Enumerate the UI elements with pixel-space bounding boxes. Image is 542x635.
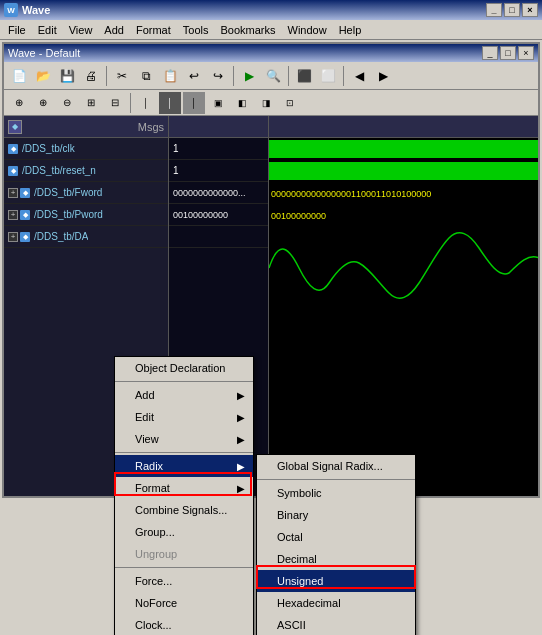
radix-global[interactable]: Global Signal Radix... [257, 455, 415, 477]
ctx-format-arrow: ▶ [237, 483, 245, 494]
menu-bookmarks[interactable]: Bookmarks [214, 22, 281, 38]
radix-octal[interactable]: Octal [257, 526, 415, 548]
maximize-button[interactable]: □ [504, 3, 520, 17]
da-expand[interactable]: + [8, 232, 18, 242]
ctx-radix-label: Radix [135, 460, 163, 472]
sub-maximize-button[interactable]: □ [500, 46, 516, 60]
undo-button[interactable]: ↩ [183, 65, 205, 87]
ctx-force[interactable]: Force... [115, 570, 253, 592]
zoom-all-button[interactable]: ⊞ [80, 92, 102, 114]
ctx-radix[interactable]: Radix ▶ [115, 455, 253, 477]
search-button[interactable]: 🔍 [262, 65, 284, 87]
cursor7-button[interactable]: ⊡ [279, 92, 301, 114]
radix-binary[interactable]: Binary [257, 504, 415, 526]
nav-forward-button[interactable]: ▶ [372, 65, 394, 87]
sub-close-button[interactable]: × [518, 46, 534, 60]
redo-button[interactable]: ↪ [207, 65, 229, 87]
zoom-in2-button[interactable]: ⊕ [32, 92, 54, 114]
da-icon: ◆ [20, 232, 30, 242]
pword-icon: ◆ [20, 210, 30, 220]
menu-add[interactable]: Add [98, 22, 130, 38]
pword-value: 00100000000 [173, 210, 228, 220]
value-panel-header [169, 116, 268, 138]
cursor2-button[interactable]: │ [159, 92, 181, 114]
ctx-object-decl[interactable]: Object Declaration [115, 357, 253, 379]
menu-edit[interactable]: Edit [32, 22, 63, 38]
signal-row-pword[interactable]: + ◆ /DDS_tb/Pword [4, 204, 168, 226]
signal-row-da[interactable]: + ◆ /DDS_tb/DA [4, 226, 168, 248]
save-button[interactable]: 💾 [56, 65, 78, 87]
menu-view[interactable]: View [63, 22, 99, 38]
menu-bar: File Edit View Add Format Tools Bookmark… [0, 20, 542, 40]
radix-hex-label: Hexadecimal [277, 597, 341, 609]
clk-value: 1 [173, 143, 179, 154]
sep-1 [106, 66, 107, 86]
ctx-edit[interactable]: Edit ▶ [115, 406, 253, 428]
app-title: Wave [22, 4, 50, 16]
run-button[interactable]: ▶ [238, 65, 260, 87]
value-row-reset: 1 [169, 160, 268, 182]
menu-format[interactable]: Format [130, 22, 177, 38]
ctx-clock[interactable]: Clock... [115, 614, 253, 635]
menu-tools[interactable]: Tools [177, 22, 215, 38]
radix-symbolic-label: Symbolic [277, 487, 322, 499]
pword-expand[interactable]: + [8, 210, 18, 220]
open-button[interactable]: 📂 [32, 65, 54, 87]
ctx-noforce[interactable]: NoForce [115, 592, 253, 614]
title-bar-controls: _ □ × [486, 3, 538, 17]
radix-unsigned[interactable]: Unsigned [257, 570, 415, 592]
zoom-fit-button[interactable]: ⊕ [8, 92, 30, 114]
cursor6-button[interactable]: ◨ [255, 92, 277, 114]
ctx-view[interactable]: View ▶ [115, 428, 253, 450]
zoom-in-button[interactable]: ⬛ [293, 65, 315, 87]
ctx-combine[interactable]: Combine Signals... [115, 499, 253, 521]
wave-panel: 00000000000000001100011010100000 0010000… [269, 116, 538, 496]
svg-text:00100000000: 00100000000 [271, 211, 326, 221]
context-menu: Object Declaration Add ▶ Edit ▶ View ▶ R… [114, 356, 254, 635]
close-button[interactable]: × [522, 3, 538, 17]
zoom-sel-button[interactable]: ⊟ [104, 92, 126, 114]
sep-3 [288, 66, 289, 86]
toolbar-2: ⊕ ⊕ ⊖ ⊞ ⊟ │ │ │ ▣ ◧ ◨ ⊡ [4, 90, 538, 116]
fword-expand[interactable]: + [8, 188, 18, 198]
ctx-format[interactable]: Format ▶ [115, 477, 253, 499]
nav-back-button[interactable]: ◀ [348, 65, 370, 87]
ctx-group[interactable]: Group... [115, 521, 253, 543]
ctx-clock-label: Clock... [135, 619, 172, 631]
cut-button[interactable]: ✂ [111, 65, 133, 87]
menu-help[interactable]: Help [333, 22, 368, 38]
radix-hex[interactable]: Hexadecimal [257, 592, 415, 614]
radix-decimal[interactable]: Decimal [257, 548, 415, 570]
menu-file[interactable]: File [2, 22, 32, 38]
sep-2 [233, 66, 234, 86]
value-row-da [169, 226, 268, 248]
wave-area: ◆ Msgs ◆ /DDS_tb/clk ◆ /DDS_tb/reset_n +… [4, 116, 538, 496]
print-button[interactable]: 🖨 [80, 65, 102, 87]
ctx-noforce-label: NoForce [135, 597, 177, 609]
value-row-clk: 1 [169, 138, 268, 160]
cursor1-button[interactable]: │ [135, 92, 157, 114]
ctx-object-decl-label: Object Declaration [135, 362, 226, 374]
signal-row-fword[interactable]: + ◆ /DDS_tb/Fword [4, 182, 168, 204]
zoom-out-button[interactable]: ⬜ [317, 65, 339, 87]
menu-window[interactable]: Window [282, 22, 333, 38]
paste-button[interactable]: 📋 [159, 65, 181, 87]
ctx-ungroup[interactable]: Ungroup [115, 543, 253, 565]
radix-ascii[interactable]: ASCII [257, 614, 415, 635]
cursor5-button[interactable]: ◧ [231, 92, 253, 114]
ctx-add[interactable]: Add ▶ [115, 384, 253, 406]
radix-submenu: Global Signal Radix... Symbolic Binary O… [256, 454, 416, 635]
copy-button[interactable]: ⧉ [135, 65, 157, 87]
cursor3-button[interactable]: │ [183, 92, 205, 114]
ctx-sep-1 [115, 381, 253, 382]
radix-symbolic[interactable]: Symbolic [257, 482, 415, 504]
signal-row-reset[interactable]: ◆ /DDS_tb/reset_n [4, 160, 168, 182]
ctx-group-label: Group... [135, 526, 175, 538]
minimize-button[interactable]: _ [486, 3, 502, 17]
zoom-out2-button[interactable]: ⊖ [56, 92, 78, 114]
new-button[interactable]: 📄 [8, 65, 30, 87]
cursor4-button[interactable]: ▣ [207, 92, 229, 114]
sub-minimize-button[interactable]: _ [482, 46, 498, 60]
signal-row-clk[interactable]: ◆ /DDS_tb/clk [4, 138, 168, 160]
value-row-pword: 00100000000 [169, 204, 268, 226]
